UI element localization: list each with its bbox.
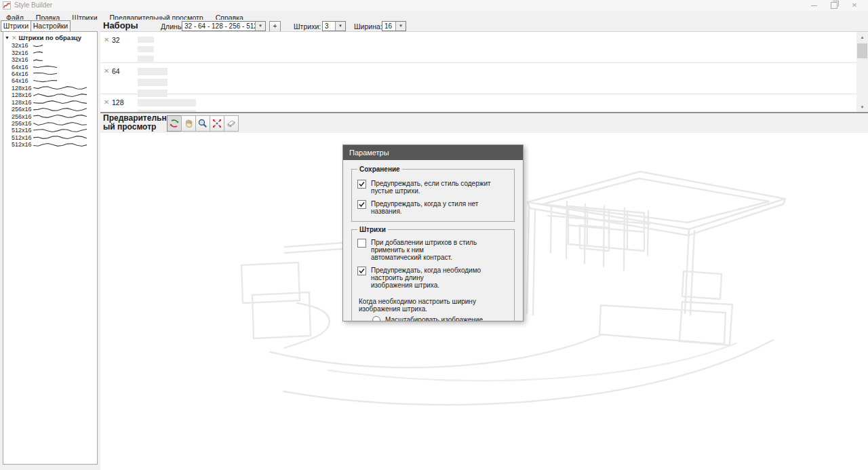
stroke-slots [138, 37, 154, 62]
sets-rows: ✕32✕64✕128 [100, 32, 856, 112]
width-label: Ширина: [354, 22, 382, 31]
options-dialog: Параметры Сохранение Предупреждать, если… [342, 144, 524, 321]
lengths-combobox[interactable]: 32 - 64 - 128 - 256 - 512 пикс. ▼ [182, 21, 266, 31]
zoom-extents-tool-button[interactable] [210, 115, 224, 132]
tree-item[interactable]: 256x16 [3, 106, 97, 113]
empty-stroke-slot[interactable] [138, 37, 154, 43]
save-group: Сохранение Предупреждать, если стиль сод… [351, 165, 515, 222]
delete-set-icon[interactable]: ✕ [104, 67, 109, 75]
sets-panel-title: Наборы [103, 20, 138, 31]
restore-button[interactable] [824, 0, 844, 11]
tab-strokes[interactable]: Штрихи [1, 20, 31, 32]
orbit-tool-button[interactable] [167, 115, 182, 132]
tree-item[interactable]: 128x16 [3, 92, 97, 98]
chevron-down-icon[interactable]: ▼ [335, 22, 345, 31]
set-size-label: 64 [112, 67, 120, 75]
dialog-titlebar[interactable]: Параметры [343, 145, 523, 160]
save-group-legend: Сохранение [357, 165, 402, 173]
orbit-icon [169, 118, 180, 129]
chevron-down-icon[interactable]: ▼ [255, 22, 265, 31]
checkbox-row: Предупреждать, когда у стиля нет названи… [357, 200, 509, 215]
checkbox-checked-icon[interactable] [357, 200, 366, 209]
minimize-button[interactable] [804, 0, 824, 11]
scrollbar-thumb[interactable] [857, 43, 867, 58]
empty-stroke-slot[interactable] [138, 56, 154, 62]
checkbox-row: Предупреждать, если стиль содержит пусты… [357, 180, 509, 195]
empty-stroke-slot[interactable] [138, 99, 196, 106]
tree-item-label: 32x16 [12, 42, 33, 49]
radio-unselected-icon[interactable] [372, 316, 380, 322]
checkbox-label: Предупреждать, когда у стиля нет названи… [371, 200, 509, 215]
radio-label: Масштабировать изображение. [385, 316, 485, 321]
strokes-group-checkboxes: При добавлении штрихов в стиль применить… [357, 239, 509, 289]
stroke-preview-line [33, 70, 59, 77]
tree-item[interactable]: 128x16 [3, 85, 97, 92]
checkbox-checked-icon[interactable] [357, 180, 366, 189]
collapse-caret-icon[interactable]: ▼ [5, 35, 9, 40]
set-size-label: 128 [112, 98, 124, 106]
checkbox-checked-icon[interactable] [357, 267, 366, 275]
tree-item[interactable]: 32x16 [3, 56, 97, 63]
scroll-down-icon[interactable]: ▼ [856, 102, 868, 112]
tree-item[interactable]: 64x16 [3, 71, 97, 77]
tree-item[interactable]: 64x16 [3, 63, 97, 70]
stroke-preview-line [33, 56, 45, 64]
window-title: Style Builder [14, 1, 52, 9]
stroke-slots [138, 99, 196, 112]
stroke-preview-line [33, 42, 45, 50]
set-row: ✕64 [100, 63, 856, 94]
checkbox-unchecked-icon[interactable] [357, 239, 366, 248]
sets-scrollbar[interactable]: ▲ ▼ [856, 32, 868, 112]
preview-toolbar [167, 115, 239, 132]
tree-item[interactable]: 32x16 [3, 49, 97, 56]
strokes-tree-panel: ▼ ✕ Штрихи по образцу 32x1632x1632x1664x… [3, 31, 98, 465]
tree-root[interactable]: ▼ ✕ Штрихи по образцу [3, 32, 97, 42]
delete-set-icon[interactable]: ✕ [104, 36, 109, 43]
width-combobox[interactable]: 16 ▼ [382, 21, 406, 31]
tree-item-label: 32x16 [12, 50, 33, 56]
eraser-tool-button[interactable] [224, 115, 239, 132]
strokes-group-legend: Штрихи [357, 226, 388, 233]
empty-stroke-slot[interactable] [138, 79, 167, 86]
dialog-body: Сохранение Предупреждать, если стиль сод… [343, 160, 523, 321]
checkbox-label: При добавлении штрихов в стиль применить… [371, 239, 509, 261]
tree-root-label: Штрихи по образцу [18, 34, 81, 41]
empty-stroke-slot[interactable] [138, 46, 154, 52]
delete-set-icon[interactable]: ✕ [104, 98, 109, 106]
tree-item-label: 128x16 [12, 99, 33, 106]
zoom-extents-icon [212, 118, 222, 129]
tree-item-label: 64x16 [12, 77, 33, 84]
stroke-preview-line [33, 84, 89, 92]
tree-item[interactable]: 32x16 [3, 42, 97, 49]
tree-item[interactable]: 512x16 [3, 127, 97, 134]
checkbox-label: Предупреждать, если стиль содержит пусты… [371, 180, 509, 195]
tab-settings[interactable]: Настройки [31, 20, 71, 32]
set-row: ✕128 [100, 94, 856, 112]
pan-icon [183, 118, 194, 129]
strokes-combobox[interactable]: 3 ▼ [322, 21, 346, 31]
tree-item-label: 256x16 [12, 106, 33, 113]
empty-stroke-slot[interactable] [138, 68, 167, 75]
zoom-icon [197, 118, 208, 129]
delete-root-icon[interactable]: ✕ [12, 35, 17, 41]
tree-item[interactable]: 256x16 [3, 113, 97, 119]
tree-item[interactable]: 128x16 [3, 99, 97, 106]
tree-item[interactable]: 512x16 [3, 134, 97, 141]
tree-item[interactable]: 256x16 [3, 120, 97, 127]
stroke-preview-line [33, 92, 89, 99]
close-button[interactable]: ✕ [844, 0, 865, 11]
close-icon: ✕ [852, 1, 857, 9]
tree-item-label: 128x16 [12, 92, 33, 98]
window-titlebar: Style Builder ✕ [0, 0, 868, 11]
tree-item[interactable]: 64x16 [3, 77, 97, 84]
tree-item-label: 64x16 [12, 71, 33, 77]
tree-item[interactable]: 512x16 [3, 141, 97, 148]
scroll-up-icon[interactable]: ▲ [856, 32, 868, 43]
zoom-tool-button[interactable] [195, 115, 210, 132]
stroke-slots [138, 68, 167, 97]
stroke-preview-line [33, 113, 89, 120]
save-group-checkboxes: Предупреждать, если стиль содержит пусты… [357, 180, 509, 215]
stroke-preview-line [33, 77, 59, 85]
pan-tool-button[interactable] [181, 115, 196, 132]
chevron-down-icon[interactable]: ▼ [395, 22, 406, 31]
